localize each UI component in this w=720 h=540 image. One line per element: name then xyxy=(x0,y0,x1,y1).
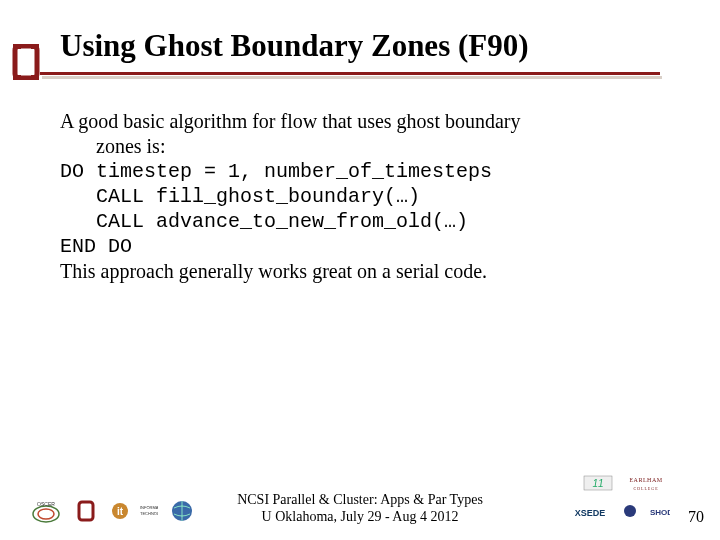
footer-line-1: NCSI Parallel & Cluster: Apps & Par Type… xyxy=(237,492,483,509)
intro-line-1: A good basic algorithm for flow that use… xyxy=(60,109,680,134)
ou-small-logo-icon xyxy=(70,498,102,524)
sc-logo-icon: 11 xyxy=(582,470,614,496)
svg-text:COLLEGE: COLLEGE xyxy=(633,486,658,491)
globe-logo-icon xyxy=(166,498,198,524)
svg-text:TECHNOLOGY: TECHNOLOGY xyxy=(140,511,158,516)
title-underline-shadow xyxy=(42,76,662,79)
svg-rect-8 xyxy=(79,502,93,520)
footer-center-text: NCSI Parallel & Cluster: Apps & Par Type… xyxy=(237,492,483,526)
svg-text:SHODOR: SHODOR xyxy=(650,508,670,517)
svg-rect-3 xyxy=(13,75,21,80)
page-number: 70 xyxy=(688,508,704,526)
slide: Using Ghost Boundary Zones (F90) A good … xyxy=(0,0,720,540)
code-line-2: CALL fill_ghost_boundary(…) xyxy=(60,184,680,209)
xsede-logo-icon: XSEDE xyxy=(566,498,614,524)
svg-rect-1 xyxy=(13,44,21,49)
svg-point-6 xyxy=(38,509,54,519)
footer-logos-right: 11 EARLHAMCOLLEGE XSEDE SHODOR xyxy=(566,470,670,524)
svg-rect-0 xyxy=(15,46,37,78)
ou-it-logo-icon: itINFORMATIONTECHNOLOGY xyxy=(110,498,158,524)
svg-rect-2 xyxy=(31,44,39,49)
footer: OSCER itINFORMATIONTECHNOLOGY NCSI Paral… xyxy=(0,478,720,526)
slide-body: A good basic algorithm for flow that use… xyxy=(60,109,680,284)
code-line-4: END DO xyxy=(60,234,680,259)
code-line-3: CALL advance_to_new_from_old(…) xyxy=(60,209,680,234)
footer-logos-left: OSCER itINFORMATIONTECHNOLOGY xyxy=(30,498,198,524)
svg-text:11: 11 xyxy=(592,478,603,489)
svg-text:XSEDE: XSEDE xyxy=(575,508,606,518)
svg-text:it: it xyxy=(117,506,124,517)
earlham-logo-icon: EARLHAMCOLLEGE xyxy=(622,470,670,496)
slide-title: Using Ghost Boundary Zones (F90) xyxy=(60,28,680,64)
title-underline xyxy=(40,72,660,75)
svg-text:OSCER: OSCER xyxy=(37,501,55,507)
title-area: Using Ghost Boundary Zones (F90) xyxy=(60,28,680,79)
outro-line: This approach generally works great on a… xyxy=(60,259,680,284)
footer-line-2: U Oklahoma, July 29 - Aug 4 2012 xyxy=(237,509,483,526)
svg-rect-4 xyxy=(31,75,39,80)
intro-line-2: zones is: xyxy=(60,134,680,159)
svg-point-20 xyxy=(624,505,636,517)
svg-text:EARLHAM: EARLHAM xyxy=(629,477,662,483)
oscer-logo-icon: OSCER xyxy=(30,498,62,524)
svg-text:INFORMATION: INFORMATION xyxy=(140,505,158,510)
shodor-logo-icon: SHODOR xyxy=(622,498,670,524)
ou-logo-icon xyxy=(12,44,40,80)
code-line-1: DO timestep = 1, number_of_timesteps xyxy=(60,159,680,184)
